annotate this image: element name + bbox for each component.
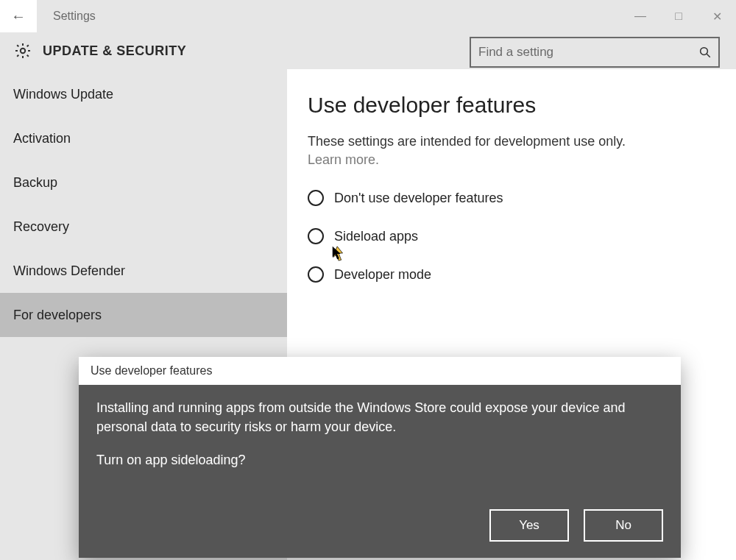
page-title: Use developer features: [308, 93, 715, 118]
back-button[interactable]: ←: [0, 0, 37, 32]
svg-point-1: [701, 48, 708, 55]
titlebar: ← Settings — □ ✕: [0, 0, 736, 32]
sidebar-item-for-developers[interactable]: For developers: [0, 293, 287, 337]
sidebar-item-backup[interactable]: Backup: [0, 160, 287, 205]
radio-dont-use[interactable]: Don't use developer features: [308, 190, 715, 206]
minimize-button[interactable]: —: [621, 0, 659, 32]
sidebar-item-windows-defender[interactable]: Windows Defender: [0, 249, 287, 293]
dialog-body: Installing and running apps from outside…: [79, 385, 681, 558]
sidebar-item-label: For developers: [13, 308, 102, 323]
minimize-icon: —: [634, 10, 646, 23]
yes-button[interactable]: Yes: [489, 509, 569, 542]
sidebar-item-label: Windows Update: [13, 87, 113, 102]
search-input[interactable]: [471, 44, 692, 60]
svg-point-0: [21, 49, 25, 53]
sidebar-item-recovery[interactable]: Recovery: [0, 205, 287, 249]
dialog-question: Turn on app sideloading?: [96, 453, 663, 468]
radio-developer-mode[interactable]: Developer mode: [308, 266, 715, 283]
confirmation-dialog: Use developer features Installing and ru…: [79, 357, 681, 558]
dialog-buttons: Yes No: [96, 509, 663, 542]
close-button[interactable]: ✕: [698, 0, 736, 32]
radio-label: Developer mode: [334, 267, 431, 283]
page-subtext: These settings are intended for developm…: [308, 134, 715, 149]
search-icon: [692, 46, 718, 59]
radio-icon: [308, 190, 324, 206]
no-button[interactable]: No: [584, 509, 663, 542]
radio-icon: [308, 228, 324, 244]
dialog-message: Installing and running apps from outside…: [96, 398, 663, 436]
window-title: Settings: [37, 0, 96, 32]
sidebar-item-label: Recovery: [13, 219, 69, 235]
learn-more-link[interactable]: Learn more.: [308, 152, 715, 168]
gear-icon: [13, 41, 32, 60]
sidebar-item-label: Windows Defender: [13, 263, 125, 279]
radio-label: Sideload apps: [334, 229, 418, 244]
svg-line-2: [707, 54, 710, 57]
sidebar-item-activation[interactable]: Activation: [0, 116, 287, 160]
maximize-button[interactable]: □: [659, 0, 698, 32]
radio-label: Don't use developer features: [334, 191, 503, 206]
sidebar-item-windows-update[interactable]: Windows Update: [0, 72, 287, 116]
radio-sideload-apps[interactable]: Sideload apps: [308, 228, 715, 244]
window-controls: — □ ✕: [621, 0, 736, 32]
search-box[interactable]: [470, 37, 720, 68]
dialog-title: Use developer features: [79, 357, 681, 385]
close-icon: ✕: [712, 10, 722, 24]
sidebar-item-label: Activation: [13, 131, 71, 146]
category-bar: UPDATE & SECURITY: [0, 32, 736, 69]
arrow-left-icon: ←: [11, 8, 26, 25]
sidebar-item-label: Backup: [13, 175, 57, 191]
radio-icon: [308, 266, 324, 283]
category-title: UPDATE & SECURITY: [43, 43, 186, 59]
maximize-icon: □: [675, 10, 682, 23]
